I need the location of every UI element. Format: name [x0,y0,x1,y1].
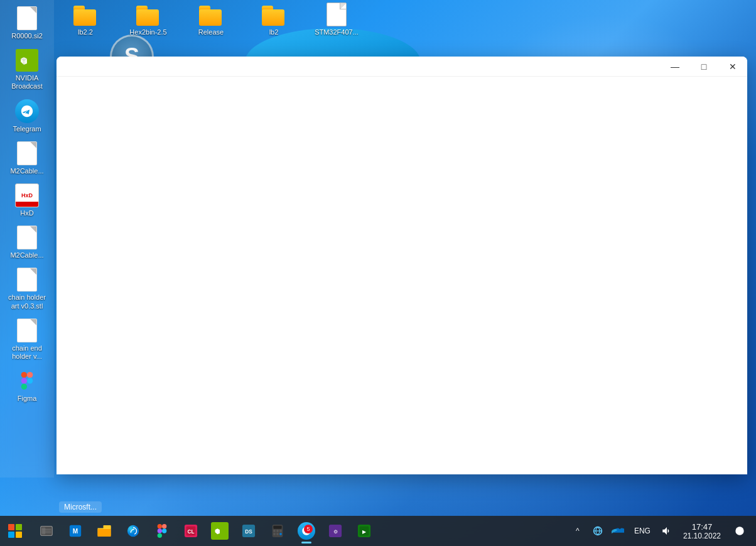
svg-rect-2 [21,378,27,383]
sidebar-icon-m2cable2[interactable]: M2Cable... [3,222,51,262]
sidebar-icon-nvidia[interactable]: NVIDIA Broadcast [3,45,51,93]
top-icon-label-release: Release [198,28,224,36]
svg-text:▶: ▶ [362,529,367,535]
top-icons-row: lb2.2 Hex2bin-2.5 Release [0,0,756,38]
taskbar-app-nvidia[interactable] [206,517,234,545]
taskbar-app-calc[interactable] [264,517,291,545]
sidebar-icon-chain-end[interactable]: chain end holder v... [3,315,51,363]
taskbar-app-store[interactable]: M [62,517,89,545]
sidebar-icon-telegram[interactable]: Telegram [3,96,51,136]
taskbar-app-explorer-bar[interactable] [33,517,60,545]
taskbar-tray: ^ ENG [564,516,756,546]
desktop: lb2.2 Hex2bin-2.5 Release [0,0,756,546]
tray-notification-icon[interactable] [728,518,751,543]
clock-date: 21.10.2022 [683,532,721,540]
file-icon-stm32 [324,2,349,27]
maximize-button[interactable]: □ [689,57,718,77]
tray-language[interactable]: ENG [629,518,656,543]
sidebar-label-hxd: HxD [20,209,33,217]
top-icon-label-stm32: STM32F407... [315,28,359,36]
telegram-icon [14,99,40,124]
tray-chevron[interactable]: ^ [569,518,586,543]
sidebar-label-chain-end: chain end holder v... [6,344,48,361]
top-icon-label-hex2bin: Hex2bin-2.5 [129,28,166,36]
window-controls: — □ ✕ [661,57,747,76]
tray-speaker-icon[interactable] [658,518,676,543]
folder-icon-lb22 [73,2,98,27]
folder-icon-lb2 [261,2,286,27]
file-icon-r0000 [14,6,40,31]
taskbar-apps: M [30,517,564,545]
sidebar-icon-m2cable1[interactable]: M2Cable... [3,138,51,178]
window-titlebar: — □ ✕ [57,57,747,77]
file-icon-m2cable2 [14,225,40,250]
taskbar: M [0,516,756,546]
sidebar-icon-chain-holder[interactable]: chain holder art v0.3.stl [3,265,51,312]
top-icon-hex2bin[interactable]: Hex2bin-2.5 [117,0,180,38]
svg-text:CL: CL [188,529,195,535]
taskbar-bottom-label-bar: Microsft... [54,498,107,516]
taskbar-app-skype[interactable]: 5 [293,517,320,545]
file-icon-chain-end [14,318,40,343]
taskbar-app-clion[interactable]: CL [177,517,205,545]
svg-rect-14 [158,528,162,533]
svg-rect-15 [158,533,162,538]
file-icon-chain-holder [14,267,40,292]
svg-rect-3 [21,384,27,390]
tray-network-icon[interactable] [589,518,607,543]
clock-time: 17:47 [692,522,713,532]
top-icon-lb2[interactable]: lb2 [242,0,305,38]
clock-area[interactable]: 17:47 21.10.2022 [678,518,726,543]
taskbar-app-figma[interactable] [148,517,176,545]
sidebar: R0000.si2 NVIDIA Broadcast [0,0,54,478]
skype-badge: 5 [304,525,313,533]
svg-rect-27 [273,533,275,535]
figma-icon [14,368,40,393]
window-content [57,77,747,474]
minimize-button[interactable]: — [661,57,689,77]
sidebar-label-m2cable2: M2Cable... [10,251,43,259]
svg-point-37 [735,527,743,535]
top-icon-lb22[interactable]: lb2.2 [54,0,117,38]
top-icon-stm32[interactable]: STM32F407... [305,0,368,38]
svg-rect-26 [279,530,281,532]
sidebar-label-nvidia: NVIDIA Broadcast [6,74,48,90]
taskbar-microsft-label[interactable]: Microsft... [59,501,102,513]
taskbar-app-unknown2[interactable]: ▶ [350,517,378,545]
taskbar-app-unknown1[interactable]: ⚙ [321,517,349,545]
folder-icon-hex2bin [136,2,161,27]
sidebar-label-m2cable1: M2Cable... [10,167,43,175]
taskbar-app-edge[interactable] [119,517,147,545]
svg-rect-1 [27,372,33,378]
svg-point-16 [162,528,166,533]
svg-point-4 [27,378,33,383]
svg-text:DS: DS [245,529,252,535]
file-icon-m2cable1 [14,141,40,166]
svg-rect-12 [158,524,162,528]
top-icon-release[interactable]: Release [180,0,242,38]
sidebar-icon-figma[interactable]: Figma [3,366,51,405]
svg-rect-10 [104,525,111,529]
svg-rect-28 [276,533,278,535]
windows-logo [8,524,22,538]
tray-onedrive-icon[interactable] [609,518,627,543]
svg-point-11 [127,525,139,537]
svg-text:M: M [73,528,78,535]
sidebar-icon-r0000[interactable]: R0000.si2 [3,3,51,43]
svg-rect-29 [279,533,281,535]
svg-rect-23 [273,526,281,529]
svg-rect-24 [273,530,275,532]
start-button[interactable] [0,516,30,546]
svg-text:⚙: ⚙ [333,529,338,535]
close-button[interactable]: ✕ [718,57,747,77]
sidebar-label-r0000: R0000.si2 [11,32,43,40]
folder-icon-release [198,2,224,27]
taskbar-app-ds[interactable]: DS [235,517,262,545]
svg-rect-0 [21,372,27,378]
sidebar-icon-hxd[interactable]: HxD HxD [3,180,51,220]
taskbar-app-explorer[interactable] [90,517,118,545]
top-icon-label-lb2: lb2 [269,28,279,36]
sidebar-label-chain-holder: chain holder art v0.3.stl [6,293,48,310]
svg-rect-25 [276,530,278,532]
hxd-icon: HxD [14,183,40,208]
